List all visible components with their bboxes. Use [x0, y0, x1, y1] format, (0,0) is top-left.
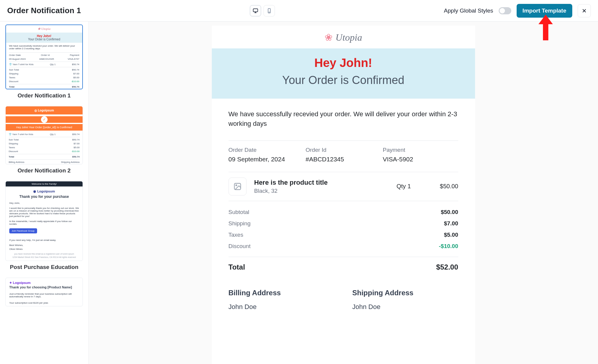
taxes-label: Taxes [229, 232, 244, 238]
mobile-view-button[interactable] [264, 5, 275, 16]
greeting: Hey John! [218, 56, 469, 70]
order-date-value: 09 September, 2024 [229, 156, 291, 163]
flower-icon: ❀ [325, 32, 333, 43]
discount-label: Discount [229, 243, 251, 250]
brand-row: ❀ Utopia [212, 26, 475, 48]
order-id-value: #ABCD12345 [306, 156, 369, 163]
intro-text: We have successfully recevied your order… [229, 109, 458, 129]
import-template-button[interactable]: Import Template [517, 4, 572, 18]
order-meta: Order Date 09 September, 2024 Order Id #… [229, 147, 458, 163]
product-title: Here is the product title [254, 179, 389, 186]
shipping-value: $7.00 [444, 220, 458, 227]
mobile-icon [267, 8, 272, 14]
monitor-icon [252, 8, 258, 14]
subtotal-value: $50.00 [441, 209, 458, 215]
template-thumb-subscription-reminder[interactable]: ✦ Logoipsum Thank you for choosing [Prod… [5, 278, 83, 306]
brand-name: Utopia [336, 32, 362, 43]
billing-address-heading: Billing Address [229, 289, 334, 297]
close-button[interactable] [578, 4, 591, 17]
order-date-label: Order Date [229, 147, 291, 153]
apply-global-toggle[interactable] [499, 7, 511, 14]
header-actions: Apply Global Styles Import Template [444, 4, 591, 18]
template-thumb-post-purchase-education[interactable]: Welcome to the Family! ◉ Logoipsum Thank… [5, 181, 83, 261]
subtotal-label: Subtotal [229, 209, 249, 215]
payment-label: Payment [383, 147, 446, 153]
order-id-label: Order Id [306, 147, 369, 153]
template-thumb-order-notification-2[interactable]: ◎ Logoipsum ✓ Hey John! Your Order {{ord… [5, 106, 83, 164]
template-thumb-order-notification-1[interactable]: ❀ Utopia Hey John! Your Order is Confirm… [5, 25, 83, 89]
hero: Hey John! Your Order is Confirmed [212, 48, 475, 99]
template-name: Order Notification 2 [5, 167, 83, 174]
email-preview: ❀ Utopia Hey John! Your Order is Confirm… [212, 26, 475, 364]
svg-rect-0 [253, 9, 258, 12]
svg-point-2 [269, 12, 270, 12]
product-price: $50.00 [428, 183, 458, 190]
billing-name: John Doe [229, 303, 334, 311]
payment-value: VISA-5902 [383, 156, 446, 163]
apply-global-label: Apply Global Styles [444, 7, 493, 14]
order-confirmed: Your Order is Confirmed [218, 74, 469, 87]
line-item: Here is the product title Black, 32 Qty … [229, 172, 458, 201]
shipping-name: John Doe [352, 303, 458, 311]
preview-canvas[interactable]: ❀ Utopia Hey John! Your Order is Confirm… [89, 22, 598, 364]
page-title: Order Notification 1 [7, 6, 81, 15]
image-icon [233, 182, 242, 191]
product-qty: Qty 1 [397, 183, 421, 190]
totals: Subtotal$50.00 Shipping$7.00 Taxes$5.00 … [229, 207, 458, 274]
shipping-address-heading: Shipping Address [352, 289, 458, 297]
discount-value: -$10.00 [439, 243, 458, 250]
device-switch [250, 5, 275, 16]
product-variant: Black, 32 [254, 188, 389, 194]
total-value: $52.00 [436, 263, 458, 271]
svg-point-4 [236, 185, 237, 186]
product-image-placeholder [229, 178, 246, 195]
shipping-label: Shipping [229, 220, 251, 227]
header: Order Notification 1 Apply Global Styles… [0, 0, 598, 22]
close-icon [581, 8, 587, 14]
template-name: Order Notification 1 [5, 92, 83, 99]
total-label: Total [229, 263, 245, 271]
taxes-value: $5.00 [444, 232, 458, 238]
desktop-view-button[interactable] [250, 5, 261, 16]
template-name: Post Purchase Education [5, 264, 83, 270]
template-sidebar[interactable]: ❀ Utopia Hey John! Your Order is Confirm… [0, 22, 89, 364]
